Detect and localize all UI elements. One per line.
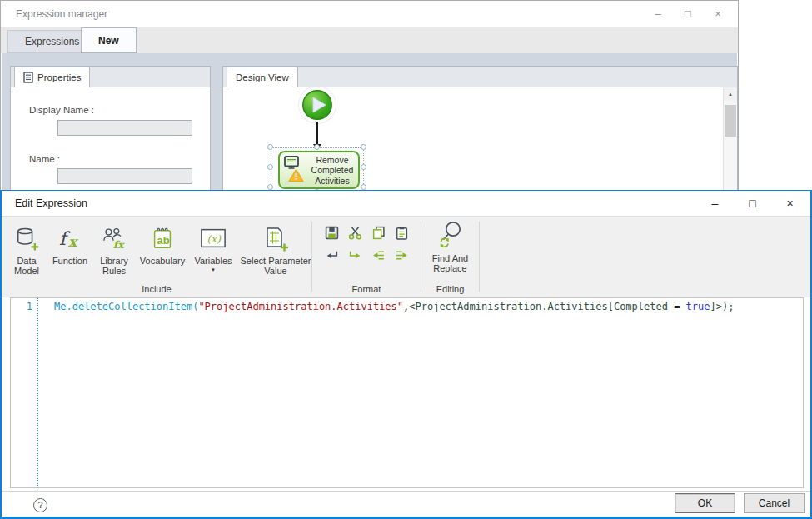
dialog-close-icon[interactable]: ×: [771, 191, 809, 216]
scrollbar-thumb[interactable]: [725, 105, 736, 137]
copy-icon: [371, 226, 386, 240]
edit-expression-dialog: Edit Expression – □ × Data Model: [0, 190, 812, 519]
library-rules-button[interactable]: fx Library Rules: [93, 222, 135, 276]
decrease-indent-button[interactable]: [371, 247, 386, 262]
cut-button[interactable]: [347, 225, 362, 240]
ribbon-group-editing: Find And Replace Editing: [421, 217, 479, 297]
cut-icon: [348, 226, 362, 240]
selection-handle[interactable]: [267, 184, 273, 190]
script-task-icon: [284, 156, 300, 169]
name-input[interactable]: [57, 168, 192, 184]
redo-button[interactable]: [347, 247, 362, 262]
save-button[interactable]: [324, 225, 339, 240]
variables-icon: (x): [200, 227, 227, 249]
warning-icon: [288, 168, 304, 182]
outdent-icon: [371, 248, 386, 262]
help-icon[interactable]: ?: [33, 498, 47, 512]
scroll-up-icon[interactable]: ▲: [724, 87, 737, 101]
name-label: Name :: [29, 154, 60, 164]
manager-titlebar: Expression manager – □ ×: [1, 1, 738, 27]
ribbon-toolbar: Data Model f x Function fx: [2, 216, 810, 297]
select-parameter-icon: [262, 225, 289, 252]
tab-new[interactable]: New: [81, 27, 137, 53]
code-segment: =: [674, 301, 685, 312]
sequence-flow-line: [316, 122, 318, 145]
library-rules-icon: fx: [102, 225, 127, 252]
display-name-label: Display Name :: [29, 105, 94, 115]
selection-handle[interactable]: [267, 144, 273, 150]
maximize-icon[interactable]: □: [673, 1, 703, 27]
manager-tabstrip: Expressions New: [1, 27, 738, 53]
properties-icon: [23, 72, 33, 83]
code-segment: true: [686, 301, 710, 312]
minimize-icon[interactable]: –: [643, 1, 673, 27]
cancel-button[interactable]: Cancel: [744, 493, 805, 513]
expression-code-editor[interactable]: 1 Me.deleteCollectionItem("ProjectAdmini…: [10, 297, 804, 488]
undo-icon: [325, 248, 339, 262]
code-line[interactable]: Me.deleteCollectionItem("ProjectAdminist…: [54, 301, 734, 312]
group-separator: [479, 222, 480, 292]
svg-text:(x): (x): [207, 233, 222, 245]
ok-button[interactable]: OK: [675, 493, 735, 513]
chevron-down-icon: ▼: [211, 267, 216, 272]
selection-handle[interactable]: [314, 144, 320, 150]
display-name-input[interactable]: [57, 120, 192, 136]
code-segment: "ProjectAdministration.Activities": [198, 301, 403, 312]
find-and-replace-button[interactable]: Find And Replace: [424, 220, 476, 273]
task-node[interactable]: Remove Completed Activities: [278, 151, 360, 189]
copy-button[interactable]: [371, 225, 386, 240]
line-number-gutter: 1: [11, 298, 37, 487]
gutter-separator: [37, 298, 38, 487]
ribbon-group-include: Data Model f x Function fx: [2, 217, 311, 297]
include-group-label: Include: [2, 284, 311, 294]
dialog-maximize-icon[interactable]: □: [734, 191, 771, 216]
line-number: 1: [27, 301, 32, 312]
dialog-footer: ? OK Cancel: [2, 492, 810, 517]
format-group-label: Format: [312, 284, 421, 294]
undo-button[interactable]: [324, 247, 339, 262]
data-model-icon: [14, 225, 39, 252]
vocabulary-button[interactable]: ab Vocabulary: [135, 222, 190, 276]
manager-window-title: Expression manager: [16, 1, 107, 27]
function-button[interactable]: f x Function: [47, 222, 93, 276]
selection-handle[interactable]: [361, 144, 366, 150]
close-icon[interactable]: ×: [703, 1, 733, 27]
find-replace-icon: [437, 220, 464, 248]
save-icon: [325, 226, 339, 240]
svg-text:x: x: [68, 233, 79, 250]
properties-tab-label: Properties: [37, 72, 81, 82]
design-view-tab-label: Design View: [236, 72, 289, 82]
paste-icon: [395, 226, 409, 240]
code-segment: <ProjectAdministration.Activities[Comple…: [409, 301, 674, 312]
paste-button[interactable]: [394, 225, 409, 240]
code-segment: Me.deleteCollectionItem(: [54, 301, 198, 312]
dialog-title: Edit Expression: [15, 191, 87, 216]
selection-handle[interactable]: [361, 164, 366, 170]
svg-text:ab: ab: [157, 234, 169, 247]
select-parameter-value-button[interactable]: Select Parameter Value: [237, 222, 315, 276]
selection-handle[interactable]: [361, 184, 366, 190]
task-node-label: Remove Completed Activities: [306, 155, 358, 186]
svg-text:fx: fx: [113, 239, 125, 251]
editing-group-label: Editing: [421, 284, 479, 294]
dialog-minimize-icon[interactable]: –: [696, 191, 734, 216]
dialog-titlebar: Edit Expression – □ ×: [2, 191, 810, 216]
tab-design-view[interactable]: Design View: [227, 67, 298, 87]
increase-indent-button[interactable]: [394, 247, 409, 262]
vocabulary-icon: ab: [150, 225, 175, 252]
data-model-button[interactable]: Data Model: [7, 222, 47, 276]
start-event-icon[interactable]: [301, 89, 333, 121]
indent-icon: [395, 248, 409, 262]
redo-icon: [348, 248, 362, 262]
code-segment: ]>);: [710, 301, 735, 312]
ribbon-group-format: Format: [312, 217, 421, 297]
tab-properties[interactable]: Properties: [14, 67, 90, 87]
variables-button[interactable]: (x) Variables ▼: [190, 222, 237, 276]
function-icon: f x: [57, 225, 83, 252]
selection-handle[interactable]: [267, 164, 273, 170]
